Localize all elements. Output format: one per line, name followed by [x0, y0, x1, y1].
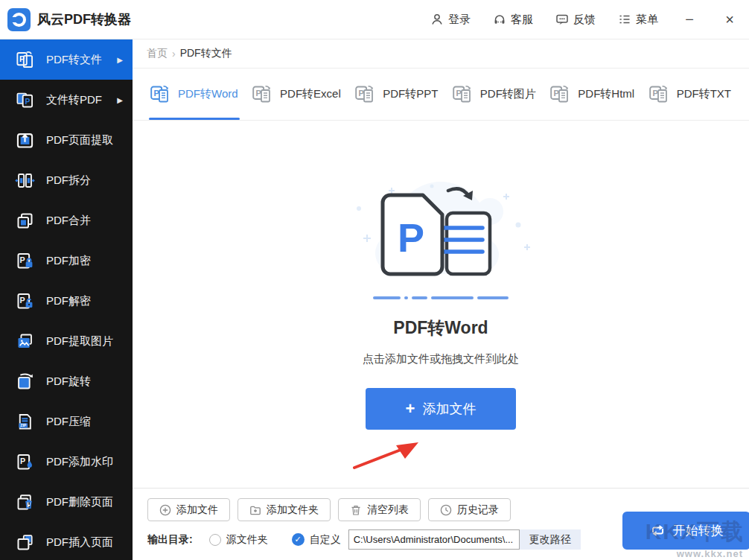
tab-excel[interactable]: PPDF转Excel	[252, 69, 341, 120]
sidebar-item-label: PDF页面提取	[46, 133, 113, 147]
tab-label: PDF转Word	[178, 87, 238, 101]
convert-loop-icon	[650, 524, 666, 537]
menu-item-feedback[interactable]: 反馈	[555, 13, 596, 27]
sidebar-item-label: PDF添加水印	[46, 455, 113, 469]
rotate-icon	[15, 372, 35, 392]
svg-text:P: P	[456, 89, 461, 98]
start-convert-button[interactable]: 开始转换	[622, 512, 749, 550]
extract-image-icon	[15, 331, 35, 351]
sidebar-item-rotate[interactable]: PDF旋转	[0, 361, 133, 401]
tab-label: PDF转图片	[480, 87, 536, 101]
add-folder-button[interactable]: 添加文件夹	[238, 498, 331, 521]
app-logo-icon	[7, 8, 31, 31]
toolbar-button-label: 清空列表	[367, 503, 409, 517]
sidebar-item-file-to-pdf[interactable]: P文件转PDF▶	[0, 80, 133, 120]
menu-item-menu[interactable]: 菜单	[618, 13, 658, 27]
menu-item-login[interactable]: 登录	[430, 13, 471, 27]
source-folder-label[interactable]: 源文件夹	[226, 533, 268, 547]
add-file-button[interactable]: 添加文件	[147, 498, 230, 521]
sidebar-item-compress[interactable]: ZIPPDF压缩	[0, 401, 133, 442]
sidebar-item-encrypt[interactable]: PPDF加密	[0, 241, 133, 281]
minimize-button[interactable]: −	[681, 12, 698, 27]
add-folder-icon	[249, 504, 261, 516]
svg-text:ZIP: ZIP	[20, 423, 27, 427]
add-circle-icon	[159, 504, 171, 516]
sidebar-item-label: PDF提取图片	[46, 334, 113, 349]
svg-text:P: P	[20, 255, 25, 264]
watermark-site: www.kkx.net	[677, 548, 743, 559]
tab-ppt[interactable]: PPDF转PPT	[355, 69, 438, 120]
app-title: 风云PDF转换器	[37, 10, 131, 28]
svg-text:P: P	[20, 456, 25, 465]
tab-label: PDF转PPT	[383, 87, 438, 101]
divider-dashes	[373, 296, 509, 299]
sidebar-item-merge[interactable]: PDF合并	[0, 200, 133, 241]
toolbar-button-label: 添加文件	[176, 503, 218, 517]
tab-txt[interactable]: PPDF转TXT	[649, 69, 731, 120]
custom-label[interactable]: 自定义	[310, 533, 341, 547]
sidebar-item-delete-page[interactable]: PDF删除页面	[0, 482, 133, 522]
svg-text:P: P	[652, 89, 657, 98]
pdf-convert-tab-icon: P	[649, 85, 671, 104]
close-button[interactable]: ×	[721, 12, 739, 27]
encrypt-icon: P	[15, 251, 35, 271]
menu-item-label: 客服	[511, 13, 533, 27]
svg-text:P: P	[256, 89, 261, 98]
start-convert-label: 开始转换	[673, 522, 724, 539]
menu-item-service[interactable]: 客服	[493, 13, 533, 27]
sidebar-item-label: PDF合并	[46, 214, 91, 228]
svg-text:P: P	[398, 215, 424, 260]
clear-list-button[interactable]: 清空列表	[338, 498, 421, 521]
pdf-convert-tab-icon: P	[355, 85, 377, 104]
breadcrumb: 首页 › PDF转文件	[133, 39, 749, 69]
svg-text:P: P	[20, 296, 25, 305]
sidebar-item-label: PDF插入页面	[46, 535, 113, 550]
plus-icon: +	[406, 401, 415, 417]
app-window: 风云PDF转换器 登录客服反馈菜单− × PPDF转文件▶P文件转PDF▶PDF…	[0, 0, 749, 560]
toolbar-button-label: 添加文件夹	[267, 503, 319, 517]
sidebar-item-label: PDF拆分	[46, 174, 91, 188]
file-to-pdf-icon: P	[15, 90, 35, 110]
sidebar-item-page-extract[interactable]: PDF页面提取	[0, 120, 133, 160]
tab-html[interactable]: PPDF转Html	[550, 69, 634, 120]
add-file-button-label: 添加文件	[422, 400, 476, 418]
sidebar-item-watermark[interactable]: PPDF添加水印	[0, 442, 133, 482]
pdf-convert-tab-icon: P	[252, 85, 274, 104]
sidebar-item-label: 文件转PDF	[46, 93, 102, 107]
chevron-right-icon: ▶	[117, 96, 123, 104]
tab-image[interactable]: PPDF转图片	[453, 69, 536, 120]
headset-icon	[493, 13, 506, 26]
source-folder-radio[interactable]	[209, 534, 221, 546]
sidebar-item-label: PDF压缩	[46, 415, 91, 429]
sidebar-item-label: PDF删除页面	[46, 495, 113, 509]
sidebar: PPDF转文件▶P文件转PDF▶PDF页面提取PDF拆分PDF合并PPDF加密P…	[0, 39, 133, 560]
sidebar-item-decrypt[interactable]: PPDF解密	[0, 281, 133, 321]
sidebar-item-split[interactable]: PDF拆分	[0, 160, 133, 200]
output-path-input[interactable]	[348, 529, 520, 550]
pdf-convert-tab-icon: P	[550, 85, 572, 104]
sidebar-item-label: PDF加密	[46, 254, 91, 268]
breadcrumb-home[interactable]: 首页	[147, 47, 168, 60]
title-bar: 风云PDF转换器 登录客服反馈菜单− ×	[0, 0, 749, 39]
tab-label: PDF转Html	[578, 87, 634, 101]
annotation-arrow-icon	[353, 435, 427, 472]
sidebar-item-insert-page[interactable]: PDF插入页面	[0, 522, 133, 560]
insert-page-icon	[15, 532, 35, 553]
compress-icon: ZIP	[15, 412, 35, 432]
clock-icon	[440, 504, 452, 516]
drop-zone[interactable]: P PDF转Word 点击添加文件或拖拽文件到此处 + 添加文件	[133, 121, 749, 488]
breadcrumb-current: PDF转文件	[180, 47, 232, 60]
menu-item-label: 反馈	[573, 13, 596, 27]
page-title: PDF转Word	[393, 316, 488, 340]
history-button[interactable]: 历史记录	[428, 498, 511, 521]
split-icon	[15, 171, 35, 191]
decrypt-icon: P	[15, 291, 35, 311]
tab-word[interactable]: PPDF转Word	[150, 69, 238, 120]
sidebar-item-extract-image[interactable]: PDF提取图片	[0, 321, 133, 361]
tab-label: PDF转Excel	[280, 87, 341, 101]
svg-text:P: P	[154, 89, 159, 98]
add-file-button[interactable]: + 添加文件	[366, 388, 516, 430]
sidebar-item-pdf-to-file[interactable]: PPDF转文件▶	[0, 39, 133, 80]
change-path-button[interactable]: 更改路径	[520, 529, 581, 550]
custom-radio-checked-icon[interactable]: ✓	[292, 533, 305, 546]
